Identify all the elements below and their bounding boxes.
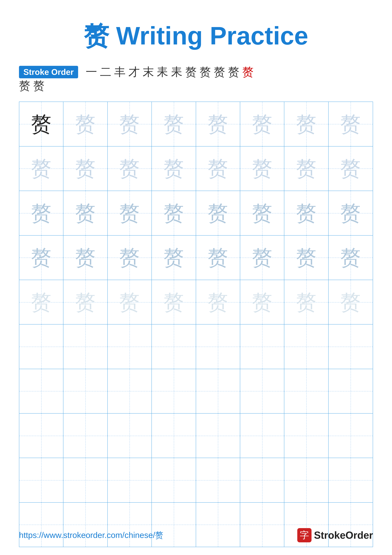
grid-cell: 赘 — [328, 236, 373, 280]
grid-cell-empty — [240, 458, 284, 502]
footer: https://www.strokeorder.com/chinese/赘 字 … — [19, 528, 373, 542]
grid-cell: 赘 — [64, 280, 107, 324]
grid-cell-empty — [19, 324, 64, 369]
grid-cell-empty — [196, 324, 240, 369]
grid-row-9 — [19, 458, 373, 503]
grid-cell: 赘 — [240, 236, 284, 280]
brand-name: StrokeOrder — [314, 529, 373, 541]
grid-cell-empty — [64, 369, 107, 413]
grid-row-4: 赘 赘 赘 赘 赘 赘 赘 赘 — [19, 236, 373, 280]
grid-cell: 赘 — [196, 236, 240, 280]
grid-cell: 赘 — [328, 102, 373, 146]
grid-cell-empty — [284, 458, 328, 502]
grid-row-6 — [19, 324, 373, 369]
grid-cell-empty — [328, 458, 373, 502]
grid-row-8 — [19, 414, 373, 458]
grid-cell-empty — [108, 369, 152, 413]
grid-cell: 赘 — [196, 191, 240, 235]
grid-cell: 赘 — [328, 191, 373, 235]
grid-cell: 赘 — [64, 146, 107, 191]
stroke-order-badge: Stroke Order — [19, 66, 78, 78]
grid-cell: 赘 — [196, 146, 240, 191]
grid-cell: 赘 — [19, 191, 64, 235]
grid-cell: 赘 — [152, 146, 196, 191]
grid-cell-empty — [196, 369, 240, 413]
grid-cell-empty — [152, 369, 196, 413]
grid-cell: 赘 — [19, 280, 64, 324]
grid-cell-empty — [108, 414, 152, 458]
grid-cell: 赘 — [64, 102, 107, 146]
stroke-row-1: Stroke Order 一 二 丰 才 末 耒 耒 赘 赘 赘 赘 赘 — [19, 66, 373, 78]
grid-cell: 赘 — [19, 146, 64, 191]
grid-cell-empty — [284, 414, 328, 458]
grid-cell: 赘 — [196, 280, 240, 324]
grid-cell: 赘 — [152, 102, 196, 146]
grid-cell-empty — [328, 414, 373, 458]
title-section: 赘 Writing Practice — [19, 19, 373, 53]
grid-cell-empty — [240, 414, 284, 458]
grid-row-5: 赘 赘 赘 赘 赘 赘 赘 赘 — [19, 280, 373, 324]
grid-cell-empty — [240, 324, 284, 369]
grid-row-2: 赘 赘 赘 赘 赘 赘 赘 赘 — [19, 146, 373, 191]
grid-cell: 赘 — [152, 280, 196, 324]
grid-cell: 赘 — [240, 280, 284, 324]
practice-grid: 赘 赘 赘 赘 赘 赘 赘 赘 赘 赘 赘 赘 赘 赘 赘 赘 赘 赘 赘 赘 … — [19, 102, 373, 547]
grid-cell-empty — [64, 324, 107, 369]
grid-cell: 赘 — [196, 102, 240, 146]
grid-cell: 赘 — [284, 146, 328, 191]
page: 赘 Writing Practice Stroke Order 一 二 丰 才 … — [0, 0, 392, 555]
footer-brand: 字 StrokeOrder — [297, 528, 373, 542]
grid-cell-empty — [196, 414, 240, 458]
grid-cell-empty — [64, 458, 107, 502]
grid-cell: 赘 — [240, 146, 284, 191]
grid-cell: 赘 — [284, 236, 328, 280]
grid-cell: 赘 — [152, 191, 196, 235]
grid-cell-empty — [19, 414, 64, 458]
grid-cell: 赘 — [152, 236, 196, 280]
grid-cell: 赘 — [108, 236, 152, 280]
grid-cell: 赘 — [284, 280, 328, 324]
grid-cell-empty — [64, 414, 107, 458]
grid-cell-empty — [328, 369, 373, 413]
grid-cell-empty — [108, 324, 152, 369]
grid-cell: 赘 — [240, 102, 284, 146]
grid-row-3: 赘 赘 赘 赘 赘 赘 赘 赘 — [19, 191, 373, 235]
grid-cell-empty — [152, 414, 196, 458]
grid-cell-empty — [108, 458, 152, 502]
footer-url: https://www.strokeorder.com/chinese/赘 — [19, 530, 163, 541]
page-title: 赘 Writing Practice — [84, 22, 308, 50]
grid-cell: 赘 — [64, 236, 107, 280]
grid-cell: 赘 — [240, 191, 284, 235]
stroke-row-2: 赘 赘 — [19, 80, 373, 92]
grid-cell: 赘 — [108, 146, 152, 191]
grid-cell-empty — [240, 369, 284, 413]
grid-cell: 赘 — [108, 191, 152, 235]
brand-icon: 字 — [297, 528, 312, 542]
grid-cell: 赘 — [108, 280, 152, 324]
grid-cell-empty — [328, 324, 373, 369]
stroke-order-section: Stroke Order 一 二 丰 才 末 耒 耒 赘 赘 赘 赘 赘 赘 赘 — [19, 66, 373, 92]
grid-cell-empty — [19, 369, 64, 413]
grid-cell: 赘 — [284, 191, 328, 235]
grid-cell: 赘 — [19, 102, 64, 146]
grid-cell-empty — [152, 324, 196, 369]
grid-cell-empty — [284, 324, 328, 369]
grid-cell-empty — [284, 369, 328, 413]
grid-cell: 赘 — [19, 236, 64, 280]
grid-cell-empty — [152, 458, 196, 502]
grid-cell: 赘 — [328, 280, 373, 324]
grid-cell: 赘 — [284, 102, 328, 146]
grid-cell: 赘 — [108, 102, 152, 146]
grid-cell: 赘 — [64, 191, 107, 235]
grid-row-7 — [19, 369, 373, 414]
grid-cell-empty — [196, 458, 240, 502]
grid-cell-empty — [19, 458, 64, 502]
grid-row-1: 赘 赘 赘 赘 赘 赘 赘 赘 — [19, 102, 373, 146]
grid-cell: 赘 — [328, 146, 373, 191]
